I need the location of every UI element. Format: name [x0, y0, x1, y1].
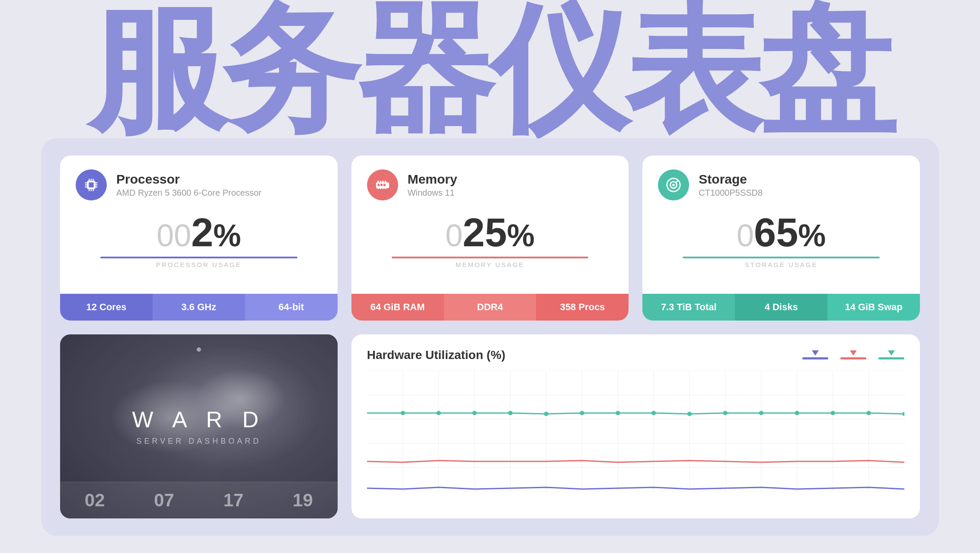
storage-header: Storage CT1000P5SSD8: [658, 169, 904, 200]
svg-point-60: [723, 411, 727, 415]
memory-usage-bar: [392, 257, 589, 258]
processor-title: Processor: [116, 172, 262, 186]
svg-point-62: [795, 411, 799, 415]
svg-point-52: [436, 411, 441, 415]
svg-rect-21: [382, 187, 384, 189]
hardware-chart: [367, 371, 904, 492]
storage-usage-value: 65: [754, 213, 798, 252]
memory-usage-display: 0 25 % MEMORY USAGE: [367, 213, 613, 268]
storage-usage-zero: 0: [737, 220, 754, 251]
processor-usage-percent: %: [213, 220, 241, 251]
svg-rect-23: [377, 184, 380, 186]
svg-point-59: [687, 412, 691, 416]
ward-subtitle: SERVER DASHBOARD: [132, 437, 265, 446]
legend-memory-arrow: [850, 350, 857, 356]
memory-usage-value: 25: [463, 213, 507, 252]
svg-rect-22: [384, 187, 386, 189]
storage-usage-percent: %: [798, 220, 826, 251]
memory-icon: [367, 169, 398, 200]
legend-storage-arrow: [888, 350, 895, 356]
legend-storage-line: [878, 357, 904, 359]
storage-footer: 7.3 TiB Total 4 Disks 14 GiB Swap: [642, 294, 920, 321]
chart-card: Hardware Utilization (%): [351, 334, 920, 519]
svg-point-58: [651, 411, 656, 415]
storage-card-top: Storage CT1000P5SSD8 0 65 % STORAGE USAG…: [642, 156, 920, 294]
chart-header: Hardware Utilization (%): [367, 348, 904, 362]
svg-rect-19: [377, 187, 379, 189]
legend-cpu: [802, 350, 828, 359]
svg-point-28: [672, 184, 675, 186]
ward-card: W A R D SERVER DASHBOARD 02 07 17 19: [60, 334, 338, 519]
memory-footer-ram: 64 GiB RAM: [351, 294, 444, 321]
ward-num-1: 07: [129, 482, 198, 518]
memory-usage-zero: 0: [445, 220, 463, 251]
storage-usage-display: 0 65 % STORAGE USAGE: [658, 213, 904, 268]
svg-rect-16: [380, 181, 381, 184]
legend-cpu-arrow: [812, 350, 819, 356]
processor-footer-ghz: 3.6 GHz: [153, 294, 245, 321]
legend-memory-line: [840, 357, 866, 359]
svg-point-54: [508, 411, 512, 415]
svg-point-65: [902, 412, 904, 416]
ward-dot-decoration: [197, 347, 201, 352]
svg-point-64: [866, 411, 871, 415]
svg-rect-24: [380, 184, 383, 186]
storage-usage-bar: [683, 257, 880, 258]
processor-usage-bar: [100, 257, 297, 258]
svg-point-57: [616, 411, 620, 415]
dashboard: Processor AMD Ryzen 5 3600 6-Core Proces…: [41, 138, 939, 536]
svg-rect-17: [382, 181, 384, 184]
processor-title-group: Processor AMD Ryzen 5 3600 6-Core Proces…: [116, 172, 262, 198]
storage-title: Storage: [699, 172, 763, 186]
svg-point-56: [580, 411, 584, 415]
processor-usage-value: 2: [191, 213, 213, 252]
legend-cpu-line: [802, 357, 828, 359]
svg-point-63: [830, 411, 835, 415]
memory-footer-procs: 358 Procs: [536, 294, 629, 321]
svg-line-29: [676, 181, 678, 183]
processor-subtitle: AMD Ryzen 5 3600 6-Core Processor: [116, 188, 262, 198]
processor-footer-cores: 12 Cores: [60, 294, 153, 321]
processor-icon: [76, 169, 107, 200]
processor-usage-display: 00 2 % PROCESSOR USAGE: [76, 213, 322, 268]
memory-header: Memory Windows 11: [367, 169, 613, 200]
hero-title: 服务器仪表盘: [0, 0, 980, 138]
memory-subtitle: Windows 11: [408, 188, 457, 198]
memory-card-top: Memory Windows 11 0 25 % MEMORY USAGE: [351, 156, 629, 294]
svg-rect-20: [380, 187, 381, 189]
processor-usage-zero: 00: [156, 220, 191, 251]
processor-card-top: Processor AMD Ryzen 5 3600 6-Core Proces…: [60, 156, 338, 294]
processor-footer-bit: 64-bit: [245, 294, 338, 321]
storage-footer-total: 7.3 TiB Total: [642, 294, 735, 321]
memory-usage-label: MEMORY USAGE: [367, 261, 613, 268]
chart-legend: [802, 350, 904, 359]
ward-content: W A R D SERVER DASHBOARD: [132, 407, 265, 446]
storage-subtitle: CT1000P5SSD8: [699, 188, 763, 198]
storage-icon: [658, 169, 689, 200]
svg-rect-18: [384, 181, 386, 184]
memory-footer: 64 GiB RAM DDR4 358 Procs: [351, 294, 629, 321]
svg-rect-25: [383, 184, 386, 186]
svg-rect-15: [377, 181, 379, 184]
svg-point-61: [759, 411, 763, 415]
ward-footer: 02 07 17 19: [60, 482, 338, 518]
memory-footer-ddr: DDR4: [444, 294, 536, 321]
memory-title-group: Memory Windows 11: [408, 172, 457, 198]
ward-num-0: 02: [60, 482, 129, 518]
ward-title: W A R D: [132, 407, 265, 432]
storage-usage-label: STORAGE USAGE: [658, 261, 904, 268]
svg-rect-1: [89, 182, 93, 187]
memory-title: Memory: [408, 172, 457, 186]
ward-num-3: 19: [268, 482, 337, 518]
svg-point-55: [544, 412, 548, 416]
svg-point-51: [400, 411, 405, 415]
processor-card: Processor AMD Ryzen 5 3600 6-Core Proces…: [60, 156, 338, 321]
legend-memory: [840, 350, 866, 359]
legend-storage: [878, 350, 904, 359]
storage-card: Storage CT1000P5SSD8 0 65 % STORAGE USAG…: [642, 156, 920, 321]
chart-title: Hardware Utilization (%): [367, 348, 505, 362]
svg-point-53: [472, 411, 476, 415]
ward-num-2: 17: [199, 482, 268, 518]
processor-usage-label: PROCESSOR USAGE: [76, 261, 322, 268]
processor-footer: 12 Cores 3.6 GHz 64-bit: [60, 294, 338, 321]
